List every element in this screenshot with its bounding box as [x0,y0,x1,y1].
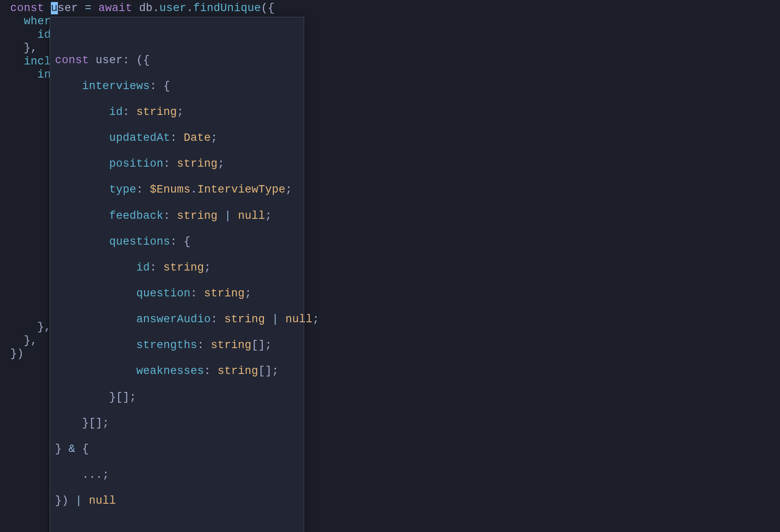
comma: , [31,335,38,347]
tooltip-line: }) | null [55,495,299,508]
tooltip-line: type: $Enums.InterviewType; [55,183,299,197]
tooltip-line: id: string; [55,261,299,275]
tooltip-line: questions: { [55,236,299,249]
prop-where-partial: wher [24,15,51,28]
var-user: ser [58,2,78,14]
comma: , [31,42,38,54]
dot: . [153,2,160,14]
tooltip-line: position: string; [55,158,299,171]
code-line-1: const user = await db.user.findUnique({ [10,2,780,15]
brace-close: } [24,42,31,54]
type-hover-tooltip: const user: ({ interviews: { id: string;… [50,17,304,532]
paren-open: ( [261,2,268,14]
tooltip-line: id: string; [55,106,299,119]
fn-findUnique: findUnique [193,2,261,14]
tooltip-line: question: string; [55,287,299,300]
tooltip-line: strengths: string[]; [55,339,299,352]
brace-close: } [10,348,17,360]
brace-open: { [268,2,275,14]
brace-close: } [37,321,44,333]
paren-close: ) [17,348,24,360]
op-eq: = [85,2,92,14]
selected-char: u [51,2,58,14]
keyword-const: const [10,2,44,14]
tooltip-line: const user: ({ [55,54,299,67]
tooltip-line: weaknesses: string[]; [55,365,299,378]
prop-include-partial: incl [24,55,51,68]
tooltip-line: }[]; [55,417,299,430]
dot: . [186,2,193,14]
tooltip-line: answerAudio: string | null; [55,313,299,326]
brace-close: } [24,335,31,347]
tooltip-line: }[]; [55,391,299,404]
tooltip-line: interviews: { [55,80,299,93]
tooltip-line: } & { [55,443,299,456]
tooltip-line: updatedAt: Date; [55,132,299,145]
prop-interviews-partial: in [37,69,51,81]
tooltip-line: ...; [55,469,299,482]
prop-id-partial: id [37,29,51,41]
prop-user: user [159,2,186,14]
keyword-await: await [99,2,133,14]
tooltip-line: feedback: string | null; [55,210,299,223]
obj-db: db [139,2,153,14]
